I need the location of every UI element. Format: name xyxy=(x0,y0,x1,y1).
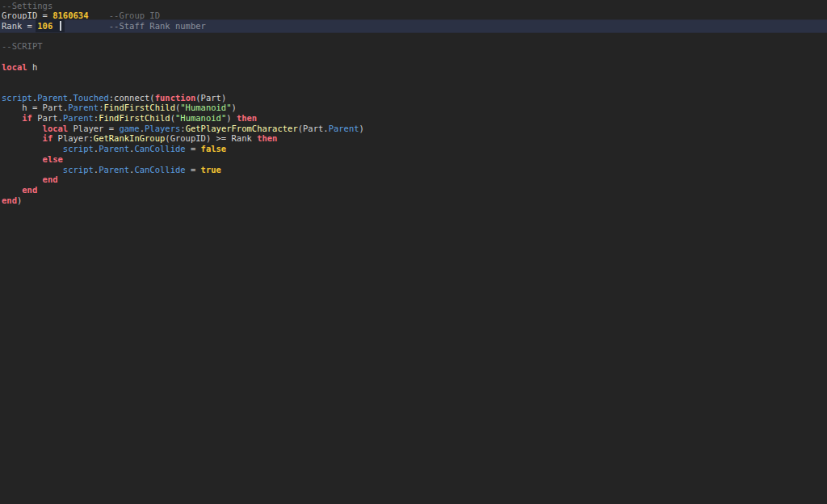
code-token: (Part. xyxy=(298,124,329,133)
code-token: Rank = xyxy=(2,21,37,31)
code-token: else xyxy=(43,154,63,164)
code-token: ) xyxy=(232,103,237,112)
code-token: if xyxy=(22,113,32,123)
code-token: --Group ID xyxy=(109,10,160,20)
code-token: = xyxy=(186,165,201,174)
code-line[interactable]: GroupID = 8160634 --Group ID xyxy=(0,10,827,21)
code-token: then xyxy=(257,133,277,143)
active-code-line[interactable]: Rank = 106 --Staff Rank number xyxy=(0,21,827,32)
code-token: Player: xyxy=(52,133,94,143)
code-token: (GroupID) >= Rank xyxy=(165,133,257,143)
code-token: GetPlayerFromCharacter xyxy=(186,124,298,133)
code-token: FindFirstChild xyxy=(99,113,170,123)
code-line[interactable]: script.Parent.CanCollide = false xyxy=(0,144,827,154)
code-token: 8160634 xyxy=(52,10,88,20)
code-token xyxy=(2,124,43,133)
code-line[interactable]: --Settings xyxy=(0,1,827,11)
code-line[interactable] xyxy=(0,32,827,42)
code-token: --Staff Rank number xyxy=(109,21,206,31)
code-token xyxy=(2,174,43,184)
code-token: local xyxy=(43,124,69,133)
code-token: Touched xyxy=(73,93,109,103)
code-token: --Settings xyxy=(2,1,52,10)
code-token: Parent xyxy=(37,93,68,103)
code-token: h xyxy=(27,62,38,72)
code-token: local xyxy=(2,62,27,72)
code-token xyxy=(2,185,22,195)
code-token: game xyxy=(119,124,139,133)
code-token: if xyxy=(43,133,53,143)
code-token: Parent xyxy=(329,124,359,133)
code-line[interactable] xyxy=(0,82,827,93)
code-token xyxy=(2,113,22,123)
code-token: FindFirstChild xyxy=(103,103,175,112)
code-line[interactable] xyxy=(0,52,827,62)
code-token: "Humanoid" xyxy=(180,103,231,112)
code-token: --SCRIPT xyxy=(2,41,43,51)
code-line[interactable]: script.Parent.CanCollide = true xyxy=(0,165,827,175)
code-token: end xyxy=(43,174,58,184)
code-token: script xyxy=(63,165,94,174)
code-token: Parent xyxy=(68,103,99,112)
code-token: GroupID = xyxy=(2,10,52,20)
code-token: ) xyxy=(226,113,237,123)
code-token xyxy=(2,154,43,164)
code-token: Part. xyxy=(32,113,63,123)
code-token: CanCollide xyxy=(134,165,185,174)
code-token: = xyxy=(186,144,201,153)
code-token: GetRankInGroup xyxy=(94,133,166,143)
code-line[interactable]: end xyxy=(0,174,827,185)
code-line[interactable]: h = Part.Parent:FindFirstChild("Humanoid… xyxy=(0,103,827,113)
code-token xyxy=(2,144,63,153)
code-token: (Part) xyxy=(195,93,226,103)
code-token: Players xyxy=(145,124,180,133)
code-token xyxy=(2,133,43,143)
code-token: false xyxy=(201,144,227,153)
code-token: Parent xyxy=(99,144,129,153)
code-line[interactable]: if Part.Parent:FindFirstChild("Humanoid"… xyxy=(0,113,827,124)
code-token: :connect( xyxy=(109,93,155,103)
code-token: end xyxy=(2,195,17,205)
code-token xyxy=(88,10,108,20)
code-token xyxy=(2,165,63,174)
code-token: function xyxy=(155,93,196,103)
code-token: Parent xyxy=(63,113,94,123)
code-area: --SettingsGroupID = 8160634 --Group IDRa… xyxy=(0,1,827,206)
code-line[interactable]: if Player:GetRankInGroup(GroupID) >= Ran… xyxy=(0,133,827,144)
text-cursor xyxy=(60,21,61,31)
code-line[interactable] xyxy=(0,72,827,82)
code-token: "Humanoid" xyxy=(175,113,226,123)
code-line[interactable]: end xyxy=(0,185,827,195)
code-line[interactable]: end) xyxy=(0,195,827,206)
code-line[interactable]: local h xyxy=(0,62,827,73)
code-token xyxy=(63,21,109,31)
code-line[interactable]: local Player = game.Players:GetPlayerFro… xyxy=(0,124,827,134)
code-token: script xyxy=(2,93,32,103)
code-line[interactable]: --SCRIPT xyxy=(0,41,827,52)
code-token: script xyxy=(63,144,94,153)
code-token: h = Part. xyxy=(2,103,68,112)
code-token: ) xyxy=(17,195,22,205)
value-edit-box: 106 xyxy=(37,21,63,31)
code-token: ) xyxy=(359,124,364,133)
script-editor[interactable]: --SettingsGroupID = 8160634 --Group IDRa… xyxy=(0,0,827,504)
code-token: true xyxy=(201,165,221,174)
code-token: then xyxy=(237,113,257,123)
code-token: Player = xyxy=(68,124,119,133)
code-line[interactable]: else xyxy=(0,154,827,165)
code-token: CanCollide xyxy=(134,144,185,153)
code-token: end xyxy=(22,185,37,195)
code-token: Parent xyxy=(99,165,129,174)
code-line[interactable]: script.Parent.Touched:connect(function(P… xyxy=(0,93,827,103)
